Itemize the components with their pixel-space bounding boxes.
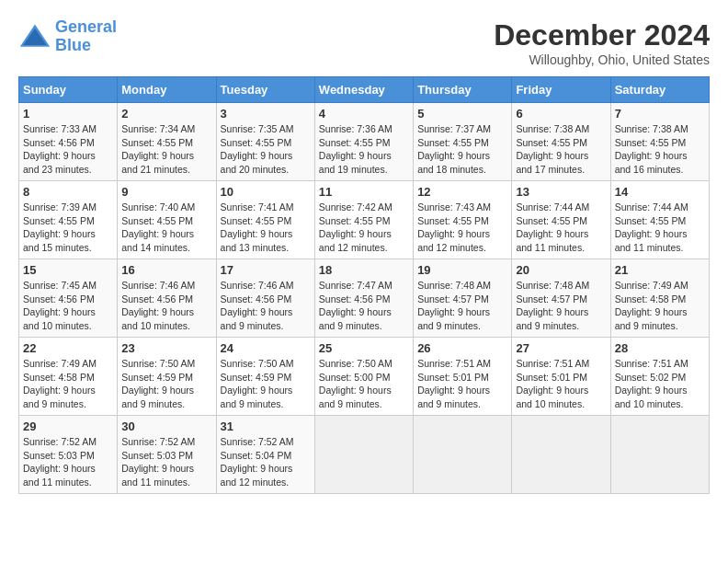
- calendar-cell: 26Sunrise: 7:51 AMSunset: 5:01 PMDayligh…: [414, 338, 512, 416]
- day-info: Sunrise: 7:46 AMSunset: 4:56 PMDaylight:…: [121, 279, 211, 333]
- calendar-cell: 22Sunrise: 7:49 AMSunset: 4:58 PMDayligh…: [19, 338, 118, 416]
- day-info: Sunrise: 7:44 AMSunset: 4:55 PMDaylight:…: [516, 201, 606, 255]
- calendar-week-row: 8Sunrise: 7:39 AMSunset: 4:55 PMDaylight…: [19, 181, 710, 259]
- weekday-header-monday: Monday: [118, 77, 216, 103]
- weekday-header-sunday: Sunday: [19, 77, 118, 103]
- day-number: 17: [221, 263, 311, 277]
- calendar-cell: 14Sunrise: 7:44 AMSunset: 4:55 PMDayligh…: [610, 181, 709, 259]
- day-number: 16: [121, 263, 211, 277]
- calendar-cell: 17Sunrise: 7:46 AMSunset: 4:56 PMDayligh…: [216, 259, 314, 338]
- calendar-table: SundayMondayTuesdayWednesdayThursdayFrid…: [18, 76, 710, 494]
- day-number: 2: [121, 107, 211, 121]
- day-info: Sunrise: 7:52 AMSunset: 5:04 PMDaylight:…: [221, 435, 311, 489]
- day-info: Sunrise: 7:41 AMSunset: 4:55 PMDaylight:…: [221, 201, 311, 255]
- day-number: 12: [417, 185, 507, 199]
- day-info: Sunrise: 7:40 AMSunset: 4:55 PMDaylight:…: [121, 201, 211, 255]
- calendar-cell: [610, 416, 709, 494]
- calendar-cell: 25Sunrise: 7:50 AMSunset: 5:00 PMDayligh…: [314, 338, 413, 416]
- calendar-cell: 11Sunrise: 7:42 AMSunset: 4:55 PMDayligh…: [314, 181, 413, 259]
- page-header: General Blue December 2024 Willoughby, O…: [18, 18, 710, 67]
- day-number: 13: [516, 185, 606, 199]
- day-number: 15: [23, 263, 113, 277]
- day-number: 30: [121, 419, 211, 433]
- day-number: 28: [615, 341, 705, 355]
- calendar-cell: 16Sunrise: 7:46 AMSunset: 4:56 PMDayligh…: [118, 259, 216, 338]
- day-info: Sunrise: 7:39 AMSunset: 4:55 PMDaylight:…: [23, 201, 113, 255]
- calendar-cell: 21Sunrise: 7:49 AMSunset: 4:58 PMDayligh…: [610, 259, 709, 338]
- calendar-week-row: 29Sunrise: 7:52 AMSunset: 5:03 PMDayligh…: [19, 416, 710, 494]
- calendar-cell: 2Sunrise: 7:34 AMSunset: 4:55 PMDaylight…: [118, 103, 216, 181]
- calendar-cell: 5Sunrise: 7:37 AMSunset: 4:55 PMDaylight…: [414, 103, 512, 181]
- calendar-cell: 18Sunrise: 7:47 AMSunset: 4:56 PMDayligh…: [314, 259, 413, 338]
- calendar-cell: [314, 416, 413, 494]
- day-number: 11: [319, 185, 409, 199]
- location: Willoughby, Ohio, United States: [494, 52, 710, 67]
- day-number: 10: [221, 185, 311, 199]
- weekday-header-wednesday: Wednesday: [314, 77, 413, 103]
- day-info: Sunrise: 7:50 AMSunset: 4:59 PMDaylight:…: [221, 357, 311, 411]
- day-number: 8: [23, 185, 113, 199]
- day-number: 24: [221, 341, 311, 355]
- calendar-cell: 30Sunrise: 7:52 AMSunset: 5:03 PMDayligh…: [118, 416, 216, 494]
- calendar-cell: 8Sunrise: 7:39 AMSunset: 4:55 PMDaylight…: [19, 181, 118, 259]
- weekday-header-tuesday: Tuesday: [216, 77, 314, 103]
- day-info: Sunrise: 7:47 AMSunset: 4:56 PMDaylight:…: [319, 279, 409, 333]
- day-info: Sunrise: 7:49 AMSunset: 4:58 PMDaylight:…: [615, 279, 705, 333]
- calendar-cell: 10Sunrise: 7:41 AMSunset: 4:55 PMDayligh…: [216, 181, 314, 259]
- title-block: December 2024 Willoughby, Ohio, United S…: [494, 18, 710, 67]
- day-info: Sunrise: 7:50 AMSunset: 4:59 PMDaylight:…: [121, 357, 211, 411]
- day-info: Sunrise: 7:42 AMSunset: 4:55 PMDaylight:…: [319, 201, 409, 255]
- calendar-week-row: 1Sunrise: 7:33 AMSunset: 4:56 PMDaylight…: [19, 103, 710, 181]
- calendar-cell: 24Sunrise: 7:50 AMSunset: 4:59 PMDayligh…: [216, 338, 314, 416]
- day-number: 27: [516, 341, 606, 355]
- calendar-week-row: 22Sunrise: 7:49 AMSunset: 4:58 PMDayligh…: [19, 338, 710, 416]
- day-info: Sunrise: 7:52 AMSunset: 5:03 PMDaylight:…: [23, 435, 113, 489]
- day-number: 9: [121, 185, 211, 199]
- logo-text: General Blue: [55, 18, 117, 55]
- day-number: 14: [615, 185, 705, 199]
- day-info: Sunrise: 7:48 AMSunset: 4:57 PMDaylight:…: [417, 279, 507, 333]
- day-number: 29: [23, 419, 113, 433]
- day-info: Sunrise: 7:50 AMSunset: 5:00 PMDaylight:…: [319, 357, 409, 411]
- day-info: Sunrise: 7:46 AMSunset: 4:56 PMDaylight:…: [221, 279, 311, 333]
- day-info: Sunrise: 7:38 AMSunset: 4:55 PMDaylight:…: [516, 122, 606, 177]
- day-info: Sunrise: 7:33 AMSunset: 4:56 PMDaylight:…: [23, 122, 113, 177]
- day-info: Sunrise: 7:51 AMSunset: 5:01 PMDaylight:…: [417, 357, 507, 411]
- calendar-cell: 1Sunrise: 7:33 AMSunset: 4:56 PMDaylight…: [19, 103, 118, 181]
- day-number: 26: [417, 341, 507, 355]
- calendar-cell: 12Sunrise: 7:43 AMSunset: 4:55 PMDayligh…: [414, 181, 512, 259]
- day-info: Sunrise: 7:34 AMSunset: 4:55 PMDaylight:…: [121, 122, 211, 177]
- day-number: 7: [615, 107, 705, 121]
- day-number: 21: [615, 263, 705, 277]
- day-info: Sunrise: 7:38 AMSunset: 4:55 PMDaylight:…: [615, 122, 705, 177]
- calendar-cell: 9Sunrise: 7:40 AMSunset: 4:55 PMDaylight…: [118, 181, 216, 259]
- calendar-cell: [414, 416, 512, 494]
- calendar-cell: 15Sunrise: 7:45 AMSunset: 4:56 PMDayligh…: [19, 259, 118, 338]
- logo-icon: [18, 20, 51, 53]
- day-info: Sunrise: 7:51 AMSunset: 5:02 PMDaylight:…: [615, 357, 705, 411]
- weekday-header-friday: Friday: [512, 77, 610, 103]
- day-number: 1: [23, 107, 113, 121]
- day-info: Sunrise: 7:52 AMSunset: 5:03 PMDaylight:…: [121, 435, 211, 489]
- day-info: Sunrise: 7:44 AMSunset: 4:55 PMDaylight:…: [615, 201, 705, 255]
- calendar-cell: 13Sunrise: 7:44 AMSunset: 4:55 PMDayligh…: [512, 181, 610, 259]
- calendar-cell: 3Sunrise: 7:35 AMSunset: 4:55 PMDaylight…: [216, 103, 314, 181]
- day-number: 4: [319, 107, 409, 121]
- day-number: 19: [417, 263, 507, 277]
- calendar-cell: 23Sunrise: 7:50 AMSunset: 4:59 PMDayligh…: [118, 338, 216, 416]
- day-number: 25: [319, 341, 409, 355]
- day-info: Sunrise: 7:49 AMSunset: 4:58 PMDaylight:…: [23, 357, 113, 411]
- weekday-header-saturday: Saturday: [610, 77, 709, 103]
- calendar-cell: 31Sunrise: 7:52 AMSunset: 5:04 PMDayligh…: [216, 416, 314, 494]
- calendar-cell: 28Sunrise: 7:51 AMSunset: 5:02 PMDayligh…: [610, 338, 709, 416]
- day-number: 5: [417, 107, 507, 121]
- calendar-cell: 6Sunrise: 7:38 AMSunset: 4:55 PMDaylight…: [512, 103, 610, 181]
- calendar-cell: 27Sunrise: 7:51 AMSunset: 5:01 PMDayligh…: [512, 338, 610, 416]
- day-info: Sunrise: 7:37 AMSunset: 4:55 PMDaylight:…: [417, 122, 507, 177]
- day-info: Sunrise: 7:36 AMSunset: 4:55 PMDaylight:…: [319, 122, 409, 177]
- calendar-cell: 20Sunrise: 7:48 AMSunset: 4:57 PMDayligh…: [512, 259, 610, 338]
- day-info: Sunrise: 7:35 AMSunset: 4:55 PMDaylight:…: [221, 122, 311, 177]
- weekday-header-thursday: Thursday: [414, 77, 512, 103]
- calendar-cell: 29Sunrise: 7:52 AMSunset: 5:03 PMDayligh…: [19, 416, 118, 494]
- calendar-cell: 19Sunrise: 7:48 AMSunset: 4:57 PMDayligh…: [414, 259, 512, 338]
